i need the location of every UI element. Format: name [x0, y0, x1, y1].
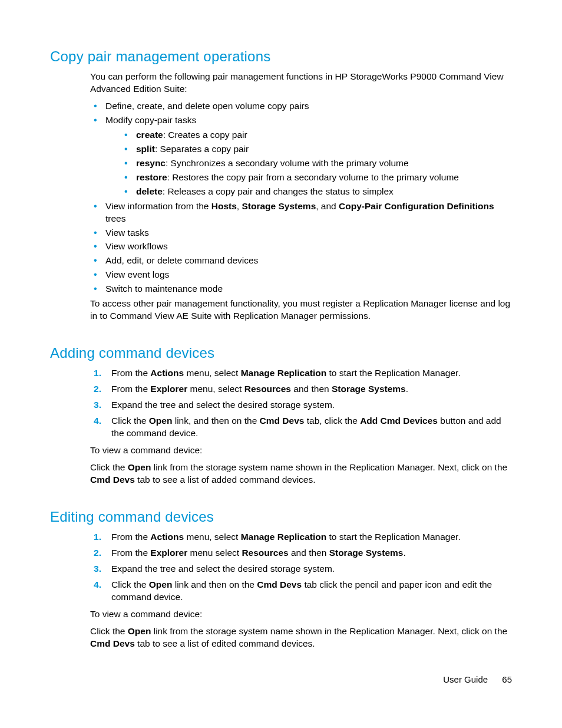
step-item: From the Actions menu, select Manage Rep… — [90, 531, 513, 543]
ordered-steps: From the Actions menu, select Manage Rep… — [90, 531, 513, 604]
list-item: delete: Releases a copy pair and changes… — [121, 186, 513, 198]
list-item: View workflows — [90, 241, 513, 253]
step-item: Expand the tree and select the desired s… — [90, 399, 513, 411]
bullet-list: Define, create, and delete open volume c… — [90, 100, 513, 295]
t: menu, select — [187, 384, 244, 394]
t: Manage Replication — [241, 368, 327, 378]
intro-text: You can perform the following pair manag… — [90, 71, 513, 95]
section1-body: You can perform the following pair manag… — [90, 71, 513, 322]
note-text: To view a command device: — [90, 608, 513, 621]
t: and then — [291, 384, 332, 394]
t: Storage Systems — [242, 201, 316, 211]
desc: : Creates a copy pair — [163, 130, 247, 140]
t: link from the storage system name shown … — [151, 626, 507, 636]
step-item: From the Explorer menu select Resources … — [90, 547, 513, 559]
t: Click the — [111, 416, 149, 426]
t: Copy-Pair Configuration Definitions — [339, 201, 494, 211]
t: Actions — [150, 532, 184, 542]
list-item: split: Separates a copy pair — [121, 143, 513, 156]
t: From the — [111, 548, 150, 558]
t: Open — [149, 416, 173, 426]
t: Open — [149, 579, 173, 589]
t: tab to see a list of edited command devi… — [135, 638, 315, 648]
heading-copy-pair: Copy pair management operations — [50, 47, 513, 66]
list-item: Modify copy-pair tasks create: Creates a… — [90, 114, 513, 198]
page-footer: User Guide 65 — [443, 674, 512, 686]
t: Storage Systems — [332, 384, 406, 394]
list-item: Define, create, and delete open volume c… — [90, 100, 513, 113]
page-content: Copy pair management operations You can … — [50, 47, 513, 655]
view-text: Click the Open link from the storage sys… — [90, 462, 513, 486]
step-item: Click the Open link and then on the Cmd … — [90, 579, 513, 604]
desc: : Restores the copy pair from a secondar… — [167, 172, 459, 182]
page-number: 65 — [502, 674, 512, 684]
step-item: Expand the tree and select the desired s… — [90, 563, 513, 575]
section2-body: From the Actions menu, select Manage Rep… — [90, 367, 513, 486]
term: split — [136, 144, 155, 154]
t: From the — [111, 532, 150, 542]
t: Explorer — [150, 384, 187, 394]
t: Cmd Devs — [90, 475, 135, 485]
t: link and then on the — [172, 579, 257, 589]
list-item: resync: Synchronizes a secondary volume … — [121, 157, 513, 170]
note-text: To view a command device: — [90, 444, 513, 457]
list-text: Modify copy-pair tasks — [105, 115, 196, 125]
list-item: restore: Restores the copy pair from a s… — [121, 172, 513, 184]
list-item: Switch to maintenance mode — [90, 283, 513, 295]
t: Click the — [111, 579, 149, 589]
t: , and — [316, 201, 339, 211]
list-item: View information from the Hosts, Storage… — [90, 200, 513, 225]
t: Cmd Devs — [90, 638, 135, 648]
t: Click the — [90, 462, 128, 472]
t: Cmd Devs — [257, 579, 302, 589]
t: tab to see a list of added command devic… — [135, 475, 316, 485]
ordered-steps: From the Actions menu, select Manage Rep… — [90, 367, 513, 440]
view-text: Click the Open link from the storage sys… — [90, 625, 513, 650]
t: Actions — [150, 368, 184, 378]
outro-text: To access other pair management function… — [90, 298, 513, 322]
section3-body: From the Actions menu, select Manage Rep… — [90, 531, 513, 650]
t: and then — [289, 548, 329, 558]
t: Hosts — [211, 201, 237, 211]
t: Resources — [244, 384, 291, 394]
t: Cmd Devs — [260, 416, 305, 426]
t: menu, select — [184, 368, 241, 378]
t: Resources — [242, 548, 288, 558]
t: Explorer — [150, 548, 187, 558]
t: to start the Replication Manager. — [326, 532, 460, 542]
t: to start the Replication Manager. — [326, 368, 460, 378]
t: menu select — [187, 548, 242, 558]
t: Storage Systems — [329, 548, 404, 558]
step-item: From the Explorer menu, select Resources… — [90, 383, 513, 396]
t: From the — [111, 384, 150, 394]
term: create — [136, 130, 163, 140]
term: delete — [136, 186, 163, 196]
step-item: Click the Open link, and then on the Cmd… — [90, 415, 513, 440]
t: Open — [128, 626, 151, 636]
term: restore — [136, 172, 167, 182]
heading-editing-cmd-devices: Editing command devices — [50, 508, 513, 526]
list-item: create: Creates a copy pair — [121, 129, 513, 141]
t: . — [406, 384, 408, 394]
step-item: From the Actions menu, select Manage Rep… — [90, 367, 513, 380]
t: trees — [105, 213, 125, 223]
t: tab, click the — [304, 416, 360, 426]
t: link from the storage system name shown … — [151, 462, 507, 472]
t: Click the — [90, 626, 128, 636]
t: View information from the — [105, 201, 211, 211]
t: link, and then on the — [172, 416, 259, 426]
t: Open — [128, 462, 151, 472]
sub-bullet-list: create: Creates a copy pair split: Separ… — [121, 129, 513, 198]
t: Add Cmd Devices — [360, 416, 438, 426]
t: From the — [111, 368, 150, 378]
list-item: View event logs — [90, 269, 513, 281]
desc: : Synchronizes a secondary volume with t… — [166, 158, 409, 168]
footer-label: User Guide — [443, 674, 488, 684]
desc: : Releases a copy pair and changes the s… — [163, 186, 394, 196]
list-item: View tasks — [90, 227, 513, 239]
desc: : Separates a copy pair — [155, 144, 249, 154]
heading-adding-cmd-devices: Adding command devices — [50, 344, 513, 363]
term: resync — [136, 158, 166, 168]
t: . — [403, 548, 405, 558]
t: Manage Replication — [241, 532, 327, 542]
